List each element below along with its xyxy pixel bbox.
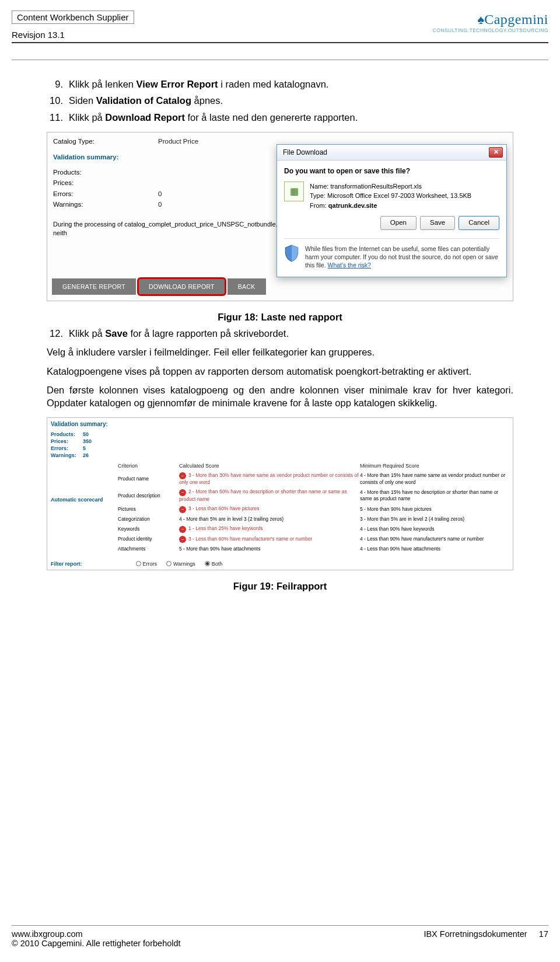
filter-errors-radio[interactable]: Errors [136,560,158,567]
error-badge-icon: – [179,526,186,533]
file-from-label: From: [310,202,327,209]
page-footer: www.ibxgroup.com © 2010 Capgemini. Alle … [12,925,548,948]
error-badge-icon: – [179,536,186,543]
automatic-scorecard-label: Automatic scorecard [51,462,118,555]
catalog-type-value: Product Price [158,137,198,147]
scorecard-row: Product identity–3 - Less than 60% have … [118,536,509,543]
s2-products-val: 50 [83,431,89,438]
warnings-value: 0 [158,200,162,210]
file-name-value: transformationResultsReport.xls [330,183,422,190]
footer-doc: IBX Forretningsdokumenter [424,929,527,939]
s2-prices-label: Prices: [51,438,83,445]
products-label: Products: [53,168,123,177]
file-type-value: Microsoft Office Excel 97-2003 Worksheet… [327,192,471,199]
col-calculated: Calculated Score [179,462,360,469]
screenshot-validation: Catalog Type:Product Price Validation su… [47,132,513,301]
cancel-button[interactable]: Cancel [459,216,499,230]
prices-label: Prices: [53,179,123,188]
paragraph-2: Katalogpoengene vises på toppen av rappo… [47,365,513,378]
col-criterion: Criterion [118,462,179,469]
filter-both-radio[interactable]: Both [205,560,223,567]
screenshot-scorecard: Validation summary: Products:50 Prices:3… [47,417,513,570]
doc-revision: Revisjon 13.1 [12,30,134,40]
col-minimum: Minimum Required Score [360,462,509,469]
logo: ♠Capgemini CONSULTING.TECHNOLOGY.OUTSOUR… [433,11,548,33]
open-button[interactable]: Open [380,216,416,230]
error-badge-icon: – [179,472,186,479]
scorecard-row: Categorization4 - More than 5% are in le… [118,516,509,522]
shield-icon [284,245,299,262]
dialog-warning: While files from the Internet can be use… [305,245,499,270]
step-9: 9. Klikk på lenken View Error Report i r… [47,78,513,90]
figure-19-caption: Figur 19: Feilrapport [47,580,513,592]
warnings-label: Warnings: [53,200,123,210]
paragraph-3: Den første kolonnen vises katalogpoeng o… [47,384,513,410]
step-12: 12. Klikk på Save for å lagre rapporten … [47,327,513,340]
errors-label: Errors: [53,190,123,199]
excel-file-icon: ▦ [284,182,304,201]
download-report-button[interactable]: DOWNLOAD REPORT [138,278,225,295]
file-name-label: Name: [310,183,328,190]
scorecard-row: Keywords–1 - Less than 25% have keywords… [118,525,509,532]
page-header: Content Workbench Supplier Revisjon 13.1… [0,0,560,43]
spade-icon: ♠ [477,12,484,27]
back-button[interactable]: BACK [228,278,266,295]
processing-text: During the processing of catalog_complet… [53,220,292,238]
file-from-value: qatrunk.dev.site [328,202,377,209]
scorecard-row: Pictures–3 - Less than 60% have pictures… [118,506,509,513]
filter-warnings-radio[interactable]: Warnings [166,560,195,567]
file-download-dialog: File Download ✕ Do you want to open or s… [276,144,507,277]
paragraph-1: Velg å inkludere varsler i feilmeldinger… [47,346,513,358]
error-badge-icon: – [179,489,186,496]
error-badge-icon: – [179,506,186,513]
validation-summary-heading: Validation summary: [53,153,292,162]
generate-report-button[interactable]: GENERATE REPORT [52,278,136,295]
step-10: 10. Siden Validation of Catalog åpnes. [47,94,513,107]
catalog-type-label: Catalog Type: [53,137,123,147]
logo-tagline: CONSULTING.TECHNOLOGY.OUTSOURCING [433,27,548,33]
scorecard-row: Product description–2 - More than 50% ha… [118,489,509,503]
filter-report-label: Filter report: [51,560,82,567]
file-type-label: Type: [310,192,326,199]
save-button[interactable]: Save [420,216,455,230]
doc-title: Content Workbench Supplier [12,11,134,24]
content-area: 9. Klikk på lenken View Error Report i r… [0,60,560,592]
s2-errors-val: 5 [83,445,86,452]
s2-warnings-label: Warnings: [51,452,83,459]
errors-value: 0 [158,190,162,199]
s2-products-label: Products: [51,431,83,438]
dialog-title: File Download [283,148,327,157]
footer-copyright: © 2010 Capgemini. Alle rettigheter forbe… [12,939,181,948]
close-icon[interactable]: ✕ [489,147,503,158]
s2-warnings-val: 26 [83,452,89,459]
scorecard-row: Product name–3 - More than 30% have name… [118,472,509,486]
s2-validation-summary-heading: Validation summary: [51,420,509,428]
s2-prices-val: 350 [83,438,92,445]
figure-18-caption: Figur 18: Laste ned rapport [47,311,513,323]
footer-page: 17 [539,929,548,939]
step-11: 11. Klikk på Download Report for å laste… [47,111,513,124]
footer-url: www.ibxgroup.com [12,929,181,939]
scorecard-row: Attachments5 - More than 90% have attach… [118,546,509,552]
s2-errors-label: Errors: [51,445,83,452]
dialog-question: Do you want to open or save this file? [284,166,499,176]
whats-the-risk-link[interactable]: What's the risk? [328,262,371,269]
